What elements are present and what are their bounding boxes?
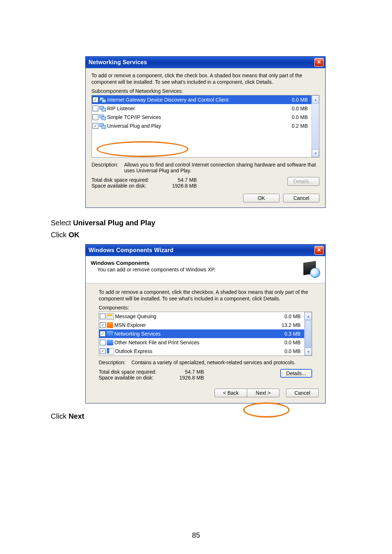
- checkbox[interactable]: [93, 106, 98, 111]
- dialog1-instructions: To add or remove a component, click the …: [91, 73, 319, 85]
- scroll-down-icon[interactable]: ▾: [312, 149, 319, 157]
- caption-click-ok: Click OK: [51, 231, 341, 239]
- dialog2-desc-label: Description:: [99, 360, 131, 365]
- scroll-up-icon[interactable]: ▴: [312, 95, 319, 103]
- dialog1-wrap: Networking Services ✕ To add or remove a…: [0, 56, 392, 208]
- list-item-label: RIP Listener: [107, 106, 279, 111]
- component-icon: [107, 340, 113, 345]
- space-avail-value: 1926.8 MB: [171, 375, 204, 381]
- list-item[interactable]: ✓MSN Explorer13.2 MB: [99, 321, 304, 329]
- wizard-heading: Windows Components: [91, 260, 215, 266]
- list-item-label: Networking Services: [114, 331, 271, 337]
- dialog2-listbox[interactable]: Message Queuing0.0 MB✓MSN Explorer13.2 M…: [99, 312, 312, 356]
- network-icon: [99, 106, 106, 111]
- dialog1-title: Networking Services: [89, 59, 147, 66]
- space-avail-label: Space available on disk:: [99, 375, 171, 381]
- scroll-down-icon[interactable]: ▾: [305, 348, 312, 356]
- list-item-size: 0.0 MB: [271, 348, 302, 354]
- dialog2-list-label: Components:: [99, 305, 312, 311]
- ok-button[interactable]: OK: [243, 194, 279, 202]
- list-item-label: Message Queuing: [115, 313, 271, 319]
- list-item[interactable]: Message Queuing0.0 MB: [99, 312, 304, 321]
- checkbox[interactable]: ✓: [100, 348, 106, 354]
- dialog2-desc-text: Contains a variety of specialized, netwo…: [131, 360, 312, 365]
- total-disk-label: Total disk space required:: [99, 369, 171, 375]
- dialog2-wrap: Windows Components Wizard ✕ Windows Comp…: [0, 244, 392, 403]
- list-item-size: 0.0 MB: [271, 313, 302, 319]
- network-icon: [99, 123, 106, 129]
- component-icon: [107, 348, 114, 354]
- scrollbar[interactable]: ▴ ▾: [304, 312, 312, 356]
- close-button[interactable]: ✕: [314, 58, 324, 67]
- dialog2-instructions: To add or remove a component, click the …: [99, 289, 312, 302]
- checkbox[interactable]: [93, 114, 98, 120]
- networking-services-dialog: Networking Services ✕ To add or remove a…: [85, 56, 326, 208]
- dialog2-body: To add or remove a component, click the …: [86, 283, 325, 386]
- space-avail-value: 1926.8 MB: [164, 183, 197, 189]
- checkbox[interactable]: ✓: [93, 97, 98, 103]
- scrollbar[interactable]: ▴ ▾: [311, 95, 319, 157]
- list-item-size: 0.0 MB: [271, 340, 302, 345]
- dialog1-list-label: Subcomponents of Networking Services:: [91, 88, 319, 94]
- dialog2-titlebar: Windows Components Wizard ✕: [86, 245, 325, 256]
- dialog2-title: Windows Components Wizard: [89, 247, 173, 254]
- wizard-icon: [302, 260, 320, 278]
- component-icon: [107, 331, 113, 337]
- list-item[interactable]: ✓Outlook Express0.0 MB: [99, 347, 304, 356]
- dialog1-listbox[interactable]: ✓Internet Gateway Device Discovery and C…: [91, 95, 319, 157]
- checkbox[interactable]: [100, 313, 106, 319]
- list-item[interactable]: Simple TCP/IP Services0.0 MB: [92, 113, 311, 122]
- list-item[interactable]: ✓Universal Plug and Play0.2 MB: [92, 122, 311, 130]
- component-icon: [107, 313, 114, 320]
- list-item-label: MSN Explorer: [114, 322, 271, 328]
- network-icon: [99, 97, 106, 103]
- list-item-label: Outlook Express: [115, 348, 271, 354]
- list-item-size: 0.0 MB: [279, 106, 309, 111]
- checkbox[interactable]: ✓: [100, 331, 106, 337]
- checkbox[interactable]: [100, 340, 106, 345]
- caption-click-next: Click Next: [51, 412, 341, 420]
- checkbox[interactable]: ✓: [100, 322, 106, 328]
- page-number: 85: [0, 531, 392, 539]
- checkbox[interactable]: ✓: [93, 123, 98, 129]
- list-item-size: 0.0 MB: [279, 114, 309, 120]
- list-item-size: 0.2 MB: [279, 123, 309, 129]
- total-disk-value: 54.7 MB: [164, 177, 197, 183]
- list-item[interactable]: ✓Networking Services0.3 MB: [99, 329, 304, 338]
- cancel-button[interactable]: Cancel: [286, 389, 319, 397]
- list-item[interactable]: RIP Listener0.0 MB: [92, 104, 311, 113]
- list-item-size: 13.2 MB: [271, 322, 302, 328]
- back-button[interactable]: < Back: [215, 389, 247, 397]
- list-item[interactable]: Other Network File and Print Services0.0…: [99, 338, 304, 347]
- next-button[interactable]: Next >: [247, 389, 279, 397]
- list-item-label: Internet Gateway Device Discovery and Co…: [107, 97, 279, 103]
- dialog1-body: To add or remove a component, click the …: [86, 68, 325, 208]
- network-icon: [99, 114, 106, 120]
- wizard-header: Windows Components You can add or remove…: [86, 256, 325, 283]
- close-icon: ✕: [317, 247, 321, 253]
- cancel-button[interactable]: Cancel: [283, 194, 319, 202]
- details-button: Details...: [287, 177, 319, 186]
- total-disk-label: Total disk space required:: [91, 177, 164, 183]
- component-icon: [107, 322, 113, 328]
- total-disk-value: 54.7 MB: [171, 369, 204, 375]
- details-button[interactable]: Details...: [280, 369, 312, 378]
- scroll-up-icon[interactable]: ▴: [305, 312, 312, 320]
- wizard-footer: < Back Next > Cancel: [86, 386, 325, 403]
- windows-components-wizard-dialog: Windows Components Wizard ✕ Windows Comp…: [85, 244, 326, 403]
- space-avail-label: Space available on disk:: [91, 183, 164, 189]
- dialog1-titlebar: Networking Services ✕: [86, 57, 325, 68]
- close-icon: ✕: [317, 59, 321, 65]
- wizard-subheading: You can add or remove components of Wind…: [97, 267, 215, 272]
- dialog1-desc-label: Description:: [91, 162, 124, 173]
- dialog1-desc-text: Allows you to find and control Internet …: [124, 162, 319, 173]
- list-item-label: Other Network File and Print Services: [114, 340, 271, 345]
- list-item-label: Universal Plug and Play: [107, 123, 279, 129]
- list-item-size: 0.0 MB: [279, 97, 309, 103]
- list-item-size: 0.3 MB: [271, 331, 302, 337]
- caption-select-upnp: Select Universal Plug and Play: [51, 219, 341, 227]
- close-button[interactable]: ✕: [314, 246, 324, 255]
- list-item[interactable]: ✓Internet Gateway Device Discovery and C…: [92, 95, 311, 104]
- list-item-label: Simple TCP/IP Services: [107, 114, 279, 120]
